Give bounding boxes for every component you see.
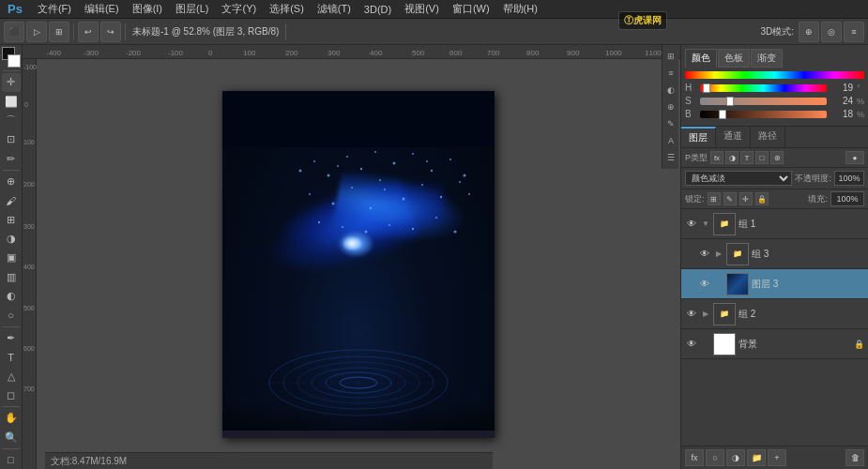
clone-tool[interactable]: ⊞	[2, 211, 21, 229]
toolbar-btn-3[interactable]: ⊞	[49, 22, 69, 42]
menu-select[interactable]: 选择(S)	[264, 0, 310, 18]
menu-layer[interactable]: 图层(L)	[170, 0, 214, 18]
filter-toggle-btn[interactable]: ●	[845, 151, 864, 164]
lock-all-btn[interactable]: 🔒	[755, 192, 769, 205]
hue-slider-thumb[interactable]	[703, 83, 710, 93]
tab-layers[interactable]: 图层	[681, 127, 716, 147]
path-tool[interactable]: △	[2, 367, 21, 385]
mini-tool-1[interactable]: ⊞	[663, 49, 678, 64]
history-tool[interactable]: ◑	[2, 230, 21, 248]
type-tool[interactable]: T	[2, 348, 21, 366]
svg-point-24	[411, 228, 413, 230]
shape-tool[interactable]: ◻	[2, 386, 21, 404]
lock-position-btn[interactable]: ✛	[739, 192, 753, 205]
menu-help[interactable]: 帮助(H)	[497, 0, 543, 18]
visibility-group2[interactable]: 👁	[685, 308, 698, 321]
visibility-layer3[interactable]: 👁	[698, 278, 711, 291]
toolbar-btn-1[interactable]: ⬛	[4, 22, 24, 42]
visibility-group1[interactable]: 👁	[685, 218, 698, 231]
fg-bg-swatches[interactable]	[2, 47, 21, 67]
menu-image[interactable]: 图像(I)	[127, 0, 168, 18]
brightness-slider-thumb[interactable]	[719, 110, 726, 119]
tab-channels[interactable]: 通道	[716, 127, 751, 147]
gradient-tool[interactable]: ▥	[2, 268, 21, 286]
canvas-area: -400 -300 -200 -100 0 100 200 300 400 50…	[23, 45, 680, 469]
brightness-unit: %	[857, 110, 864, 119]
layer-item-layer3[interactable]: 👁 图层 3	[681, 269, 868, 299]
menu-3d[interactable]: 3D(D)	[358, 2, 397, 17]
visibility-group3[interactable]: 👁	[698, 248, 711, 261]
layer-item-group2[interactable]: 👁 ▶ 📁 组 2	[681, 299, 868, 329]
healing-tool[interactable]: ⊕	[2, 173, 21, 190]
brush-tool[interactable]: 🖌	[2, 191, 21, 209]
toolbar-share-btn[interactable]: ≡	[844, 22, 864, 42]
zoom-tool[interactable]: 🔍	[2, 428, 21, 446]
filter-fx-btn[interactable]: fx	[710, 151, 723, 164]
toolbar-view-btn[interactable]: ◎	[821, 22, 842, 42]
blend-mode-select[interactable]: 颜色减淡	[685, 171, 792, 186]
menu-window[interactable]: 窗口(W)	[447, 0, 495, 18]
fill-label: 填充:	[808, 193, 828, 205]
menu-file[interactable]: 文件(F)	[32, 0, 77, 18]
marquee-tool[interactable]: ⬜	[2, 93, 21, 111]
lock-pixels-btn[interactable]: ✎	[723, 192, 737, 205]
mini-tool-2[interactable]: ≡	[663, 66, 678, 81]
fill-input[interactable]	[830, 191, 864, 206]
blur-tool[interactable]: ◐	[2, 287, 21, 305]
eyedropper-tool[interactable]: ✏	[2, 150, 21, 168]
hand-tool[interactable]: ✋	[2, 409, 21, 427]
svg-point-19	[459, 181, 461, 183]
color-spectrum-bar[interactable]	[685, 71, 864, 79]
tab-paths[interactable]: 路径	[751, 127, 785, 147]
arrow-group3[interactable]: ▶	[714, 248, 723, 261]
move-tool[interactable]: ✛	[2, 73, 21, 91]
add-mask-btn[interactable]: ○	[706, 449, 724, 466]
lock-transparent-btn[interactable]: ⊞	[708, 192, 721, 205]
layer-item-group3[interactable]: 👁 ▶ 📁 组 3	[681, 239, 868, 269]
filter-adj-btn[interactable]: ◑	[725, 151, 739, 164]
background-color[interactable]	[8, 54, 21, 68]
menu-filter[interactable]: 滤镜(T)	[312, 0, 357, 18]
new-layer-btn[interactable]: +	[768, 449, 786, 466]
name-group1: 组 1	[739, 218, 864, 231]
delete-layer-btn[interactable]: 🗑	[845, 449, 864, 466]
filter-smart-btn[interactable]: ⊛	[770, 151, 784, 164]
lasso-tool[interactable]: ⌒	[2, 112, 21, 129]
menu-view[interactable]: 视图(V)	[399, 0, 445, 18]
tab-swatches[interactable]: 色板	[718, 49, 750, 68]
ruler-horizontal: -400 -300 -200 -100 0 100 200 300 400 50…	[23, 45, 680, 59]
mini-tool-6[interactable]: A	[663, 133, 678, 148]
saturation-slider[interactable]	[700, 98, 827, 105]
menu-edit[interactable]: 编辑(E)	[79, 0, 125, 18]
pen-tool[interactable]: ✒	[2, 329, 21, 347]
new-group-btn[interactable]: 📁	[747, 449, 766, 466]
menu-text[interactable]: 文字(Y)	[216, 0, 262, 18]
visibility-background[interactable]: 👁	[685, 338, 698, 351]
crop-tool[interactable]: ⊡	[2, 130, 21, 148]
tab-color[interactable]: 颜色	[685, 49, 717, 68]
eraser-tool[interactable]: ▣	[2, 249, 21, 266]
arrow-group1[interactable]: ▼	[701, 218, 710, 231]
view-modes[interactable]: □	[2, 451, 21, 469]
filter-txt-btn[interactable]: T	[740, 151, 754, 164]
mini-tool-3[interactable]: ◐	[663, 83, 678, 98]
filter-shape-btn[interactable]: □	[755, 151, 769, 164]
tab-gradient[interactable]: 渐变	[751, 49, 783, 68]
brightness-slider[interactable]	[700, 111, 827, 118]
new-adj-btn[interactable]: ◑	[726, 449, 745, 466]
saturation-slider-thumb[interactable]	[726, 97, 734, 106]
mini-tool-7[interactable]: ☰	[663, 150, 678, 165]
toolbar-btn-2[interactable]: ▷	[26, 22, 47, 42]
add-style-btn[interactable]: fx	[685, 449, 704, 466]
opacity-input[interactable]	[834, 171, 864, 186]
mini-tool-4[interactable]: ⊕	[663, 99, 678, 114]
toolbar-btn-5[interactable]: ↪	[100, 22, 121, 42]
mini-tool-5[interactable]: ✎	[663, 116, 678, 131]
arrow-group2[interactable]: ▶	[701, 308, 710, 321]
layer-item-background[interactable]: 👁 背景 🔒	[681, 329, 868, 359]
dodge-tool[interactable]: ○	[2, 306, 21, 324]
hue-slider[interactable]	[700, 84, 827, 92]
layer-item-group1[interactable]: 👁 ▼ 📁 组 1	[681, 209, 868, 239]
toolbar-3d-btn[interactable]: ⊕	[799, 22, 819, 42]
toolbar-btn-4[interactable]: ↩	[78, 22, 99, 42]
